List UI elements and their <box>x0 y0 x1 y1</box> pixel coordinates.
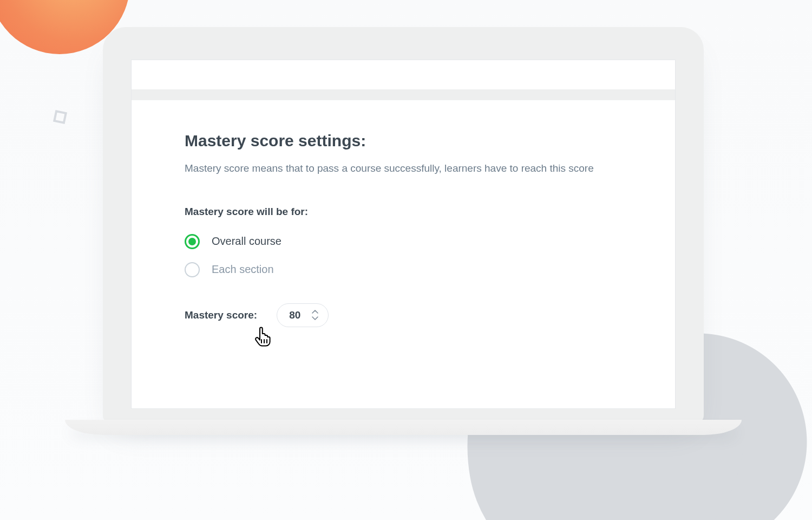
radio-unselected-icon <box>185 262 200 277</box>
settings-title: Mastery score settings: <box>185 132 622 150</box>
laptop-base <box>65 420 742 435</box>
stepper-down-button[interactable] <box>312 316 318 321</box>
mastery-score-settings-panel: Mastery score settings: Mastery score me… <box>132 100 675 349</box>
stepper-up-button[interactable] <box>312 310 318 314</box>
scope-radio-group: Overall course Each section <box>185 234 622 277</box>
mastery-score-row: Mastery score: 80 <box>185 303 622 327</box>
mastery-score-stepper[interactable]: 80 <box>277 303 329 327</box>
mastery-score-label: Mastery score: <box>185 309 257 321</box>
decorative-square-icon <box>53 110 67 124</box>
laptop-mockup: Mastery score settings: Mastery score me… <box>103 27 704 440</box>
laptop-base-wrap <box>103 420 704 440</box>
laptop-body: Mastery score settings: Mastery score me… <box>103 27 704 423</box>
screen-divider <box>132 89 675 100</box>
radio-label: Each section <box>212 263 274 276</box>
pointer-cursor-icon <box>253 327 272 347</box>
radio-label: Overall course <box>212 235 281 248</box>
scope-field-label: Mastery score will be for: <box>185 206 622 218</box>
radio-overall-course[interactable]: Overall course <box>185 234 622 249</box>
screen: Mastery score settings: Mastery score me… <box>131 60 676 409</box>
stepper-arrows <box>312 310 318 321</box>
radio-each-section[interactable]: Each section <box>185 262 622 277</box>
settings-subtitle: Mastery score means that to pass a cours… <box>185 161 622 177</box>
radio-selected-icon <box>185 234 200 249</box>
mastery-score-value: 80 <box>289 309 300 321</box>
screen-top-bar <box>132 60 675 89</box>
